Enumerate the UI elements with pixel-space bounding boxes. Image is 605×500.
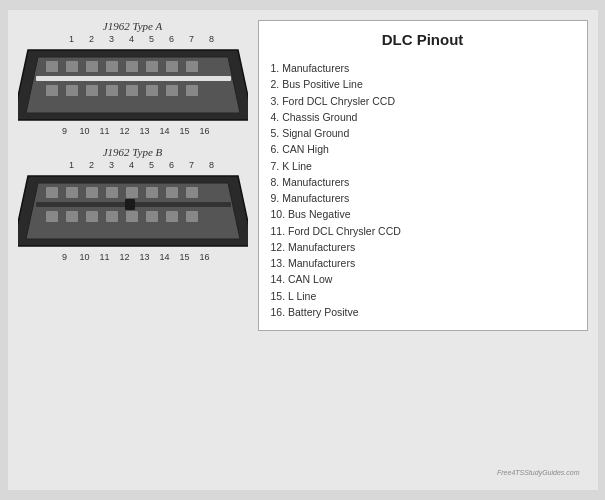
pin-num: 7 (182, 34, 202, 44)
pin-num: 1 (62, 34, 82, 44)
svg-rect-23 (166, 187, 178, 198)
svg-rect-32 (126, 211, 138, 222)
pinout-item: 4. Chassis Ground (271, 109, 575, 125)
watermark: Free4TSStudyGuides.com (497, 469, 579, 476)
pin-num: 15 (175, 252, 195, 262)
pin-num: 5 (142, 160, 162, 170)
pinout-item: 1. Manufacturers (271, 60, 575, 76)
pinout-item: 3. Ford DCL Chrysler CCD (271, 93, 575, 109)
pinout-list: 1. Manufacturers2. Bus Positive Line3. F… (271, 60, 575, 320)
pin-num: 12 (115, 126, 135, 136)
pinout-item: 13. Manufacturers (271, 255, 575, 271)
pin-num: 6 (162, 160, 182, 170)
svg-rect-13 (126, 85, 138, 96)
pinout-item: 10. Bus Negative (271, 206, 575, 222)
svg-rect-15 (166, 85, 178, 96)
svg-rect-4 (126, 61, 138, 72)
bottom-wrapper: DLC Pinout 1. Manufacturers2. Bus Positi… (258, 20, 588, 480)
connector-b-bottom-pins: 9 10 11 12 13 14 15 16 (51, 252, 215, 262)
svg-rect-30 (86, 211, 98, 222)
pin-num: 11 (95, 126, 115, 136)
svg-rect-26 (134, 202, 231, 207)
svg-rect-19 (86, 187, 98, 198)
pin-num: 12 (115, 252, 135, 262)
svg-rect-17 (46, 187, 58, 198)
pinout-item: 15. L Line (271, 288, 575, 304)
pinout-item: 5. Signal Ground (271, 125, 575, 141)
main-container: J1962 Type A 1 2 3 4 5 6 7 8 (8, 10, 598, 490)
svg-rect-28 (46, 211, 58, 222)
svg-rect-11 (86, 85, 98, 96)
pin-num: 5 (142, 34, 162, 44)
pinout-item: 11. Ford DCL Chrysler CCD (271, 223, 575, 239)
svg-rect-2 (86, 61, 98, 72)
svg-rect-10 (66, 85, 78, 96)
svg-rect-24 (186, 187, 198, 198)
pin-num: 3 (102, 160, 122, 170)
pin-num: 13 (135, 126, 155, 136)
pinout-panel: DLC Pinout 1. Manufacturers2. Bus Positi… (258, 20, 588, 331)
pinout-item: 14. CAN Low (271, 271, 575, 287)
svg-rect-0 (46, 61, 58, 72)
pin-num: 11 (95, 252, 115, 262)
pinout-item: 6. CAN High (271, 141, 575, 157)
pin-num: 9 (55, 126, 75, 136)
pin-num: 10 (75, 126, 95, 136)
connector-b-body (18, 171, 248, 251)
svg-rect-27 (125, 199, 135, 210)
pin-num: 9 (55, 252, 75, 262)
connector-b-top-pins: 1 2 3 4 5 6 7 8 (44, 160, 222, 170)
connector-a-body (18, 45, 248, 125)
pin-num: 13 (135, 252, 155, 262)
connector-a-bottom-pins: 9 10 11 12 13 14 15 16 (51, 126, 215, 136)
pinout-title: DLC Pinout (271, 31, 575, 48)
svg-rect-6 (166, 61, 178, 72)
connector-b-title: J1962 Type B (103, 146, 163, 158)
connector-a-block: J1962 Type A 1 2 3 4 5 6 7 8 (18, 20, 248, 136)
pin-num: 14 (155, 126, 175, 136)
svg-rect-18 (66, 187, 78, 198)
svg-rect-29 (66, 211, 78, 222)
pin-num: 15 (175, 126, 195, 136)
svg-rect-3 (106, 61, 118, 72)
svg-rect-9 (46, 85, 58, 96)
svg-rect-1 (66, 61, 78, 72)
pinout-item: 8. Manufacturers (271, 174, 575, 190)
pin-num: 2 (82, 160, 102, 170)
svg-rect-7 (186, 61, 198, 72)
pin-num: 16 (195, 252, 215, 262)
pin-num: 10 (75, 252, 95, 262)
pin-num: 8 (202, 160, 222, 170)
pin-num: 4 (122, 34, 142, 44)
svg-rect-22 (146, 187, 158, 198)
svg-rect-5 (146, 61, 158, 72)
pinout-item: 9. Manufacturers (271, 190, 575, 206)
connector-b-block: J1962 Type B 1 2 3 4 5 6 7 8 (18, 146, 248, 262)
svg-rect-8 (36, 76, 231, 81)
pin-num: 3 (102, 34, 122, 44)
pin-num: 2 (82, 34, 102, 44)
svg-rect-21 (126, 187, 138, 198)
svg-rect-33 (146, 211, 158, 222)
pin-num: 4 (122, 160, 142, 170)
pin-num: 14 (155, 252, 175, 262)
svg-rect-25 (36, 202, 128, 207)
connector-a-title: J1962 Type A (103, 20, 162, 32)
pin-num: 16 (195, 126, 215, 136)
pinout-item: 7. K Line (271, 158, 575, 174)
svg-rect-35 (186, 211, 198, 222)
svg-rect-20 (106, 187, 118, 198)
pin-num: 1 (62, 160, 82, 170)
connector-a-top-pins: 1 2 3 4 5 6 7 8 (44, 34, 222, 44)
svg-rect-12 (106, 85, 118, 96)
pin-num: 8 (202, 34, 222, 44)
svg-rect-14 (146, 85, 158, 96)
svg-rect-16 (186, 85, 198, 96)
pinout-item: 16. Battery Positve (271, 304, 575, 320)
pinout-item: 12. Manufacturers (271, 239, 575, 255)
svg-rect-34 (166, 211, 178, 222)
pinout-item: 2. Bus Positive Line (271, 76, 575, 92)
pin-num: 6 (162, 34, 182, 44)
svg-rect-31 (106, 211, 118, 222)
pin-num: 7 (182, 160, 202, 170)
